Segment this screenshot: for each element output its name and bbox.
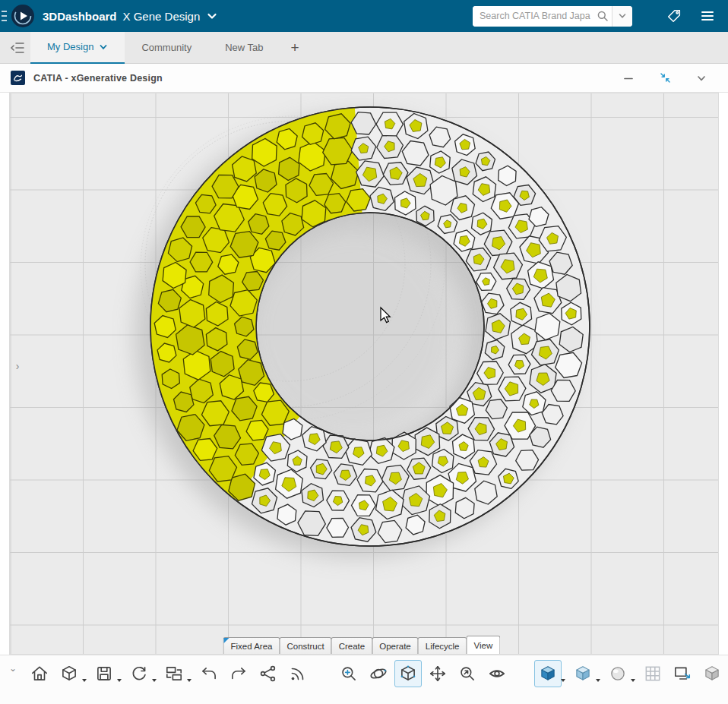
action-toolbar: ⌄ bbox=[0, 655, 728, 704]
new-model-icon[interactable] bbox=[55, 660, 83, 687]
iso-cube-icon[interactable] bbox=[394, 660, 422, 687]
undo-icon[interactable] bbox=[195, 660, 223, 687]
redo-icon[interactable] bbox=[225, 660, 252, 687]
toolbar-group bbox=[335, 660, 513, 687]
3d-scene[interactable] bbox=[10, 93, 719, 655]
workbench-tab-lifecycle[interactable]: Lifecycle bbox=[418, 637, 467, 654]
capture-icon[interactable] bbox=[669, 660, 696, 687]
partial-cube-icon[interactable] bbox=[698, 660, 726, 687]
search-input[interactable] bbox=[473, 6, 593, 27]
widget-header: CATIA - xGenerative Design bbox=[0, 64, 728, 93]
new-model-dropdown-icon[interactable] bbox=[82, 679, 87, 682]
save-icon[interactable] bbox=[90, 660, 118, 687]
search-box bbox=[473, 6, 632, 27]
search-icon[interactable] bbox=[593, 6, 612, 27]
new-tab-plus-button[interactable]: + bbox=[280, 39, 310, 56]
stream-icon[interactable] bbox=[284, 660, 312, 687]
zoom-area-icon[interactable] bbox=[454, 660, 481, 687]
home-icon[interactable] bbox=[26, 660, 53, 687]
style-cube-dropdown-icon[interactable] bbox=[596, 679, 600, 682]
zoom-in-icon[interactable] bbox=[335, 660, 362, 687]
brand-title: 3DDashboard bbox=[43, 10, 117, 23]
look-at-icon[interactable] bbox=[483, 660, 511, 687]
save-dropdown-icon[interactable] bbox=[117, 679, 122, 682]
toolbar-group bbox=[534, 660, 714, 687]
viewport-grid[interactable]: Fixed AreaConstructCreateOperateLifecycl… bbox=[9, 93, 719, 655]
toolbar-expander-icon[interactable]: ⌄ bbox=[5, 661, 21, 675]
workbench-tab-operate[interactable]: Operate bbox=[372, 637, 419, 654]
minimize-icon[interactable] bbox=[620, 70, 637, 87]
page-title: X Gene Design bbox=[123, 10, 201, 23]
tab-community[interactable]: Community bbox=[125, 32, 208, 64]
workbench-tab-label: Fixed Area bbox=[230, 642, 272, 651]
shaded-cube-dropdown-icon[interactable] bbox=[561, 679, 565, 682]
hamburger-menu-icon[interactable] bbox=[696, 5, 719, 27]
title-chevron-down-icon[interactable] bbox=[206, 10, 218, 22]
grid-icon[interactable] bbox=[639, 660, 666, 687]
dashboard-tab-bar: My DesignCommunityNew Tab + bbox=[0, 32, 728, 64]
workbench-tab-fixed-area[interactable]: Fixed Area bbox=[223, 637, 280, 654]
workbench-tab-label: Construct bbox=[286, 642, 324, 651]
workbench-tab-construct[interactable]: Construct bbox=[279, 637, 331, 654]
widget-chevron-down-icon[interactable] bbox=[693, 70, 710, 87]
workbench-tab-label: Operate bbox=[379, 642, 411, 651]
sphere-dropdown-icon[interactable] bbox=[631, 679, 635, 682]
sphere-icon[interactable] bbox=[604, 660, 631, 687]
shaded-cube-icon[interactable] bbox=[534, 660, 562, 687]
sync-dropdown-icon[interactable] bbox=[152, 679, 157, 682]
tab-label: Community bbox=[141, 42, 191, 53]
tag-icon[interactable] bbox=[663, 5, 685, 27]
workbench-tab-label: Lifecycle bbox=[426, 642, 460, 651]
orbit-icon[interactable] bbox=[365, 660, 392, 687]
collapse-widget-icon[interactable] bbox=[657, 70, 673, 87]
3dexperience-compass-icon[interactable] bbox=[11, 4, 35, 28]
application-window: 3DDashboard X Gene Design bbox=[0, 0, 728, 704]
active-area-marker bbox=[223, 638, 229, 643]
tab-new-tab[interactable]: New Tab bbox=[208, 32, 280, 64]
panel-toggle-icon[interactable] bbox=[5, 35, 30, 61]
workbench-tab-label: Create bbox=[339, 642, 366, 651]
workbench-tab-label: View bbox=[474, 641, 493, 650]
workbench-tab-view[interactable]: View bbox=[467, 636, 501, 654]
sync-icon[interactable] bbox=[125, 660, 153, 687]
search-scope-dropdown[interactable] bbox=[612, 6, 632, 27]
workbench-tab-create[interactable]: Create bbox=[331, 637, 373, 654]
tab-label: My Design bbox=[47, 41, 93, 52]
catia-app-icon bbox=[11, 71, 25, 85]
pan-icon[interactable] bbox=[424, 660, 451, 687]
transfer-icon[interactable] bbox=[160, 660, 188, 687]
tab-chevron-down-icon[interactable] bbox=[99, 43, 108, 52]
tab-my-design[interactable]: My Design bbox=[30, 32, 125, 64]
widget-title: CATIA - xGenerative Design bbox=[33, 73, 163, 84]
top-bar: 3DDashboard X Gene Design bbox=[0, 0, 728, 32]
workbench-tab-strip: Fixed AreaConstructCreateOperateLifecycl… bbox=[223, 636, 499, 654]
edge-menu-icon[interactable] bbox=[0, 0, 9, 32]
toolbar-group bbox=[26, 660, 314, 687]
transfer-dropdown-icon[interactable] bbox=[187, 679, 191, 682]
left-panel-expander-icon[interactable]: › bbox=[11, 357, 24, 375]
share-graph-icon[interactable] bbox=[255, 660, 282, 687]
style-cube-icon[interactable] bbox=[569, 660, 597, 687]
tab-label: New Tab bbox=[225, 42, 263, 53]
